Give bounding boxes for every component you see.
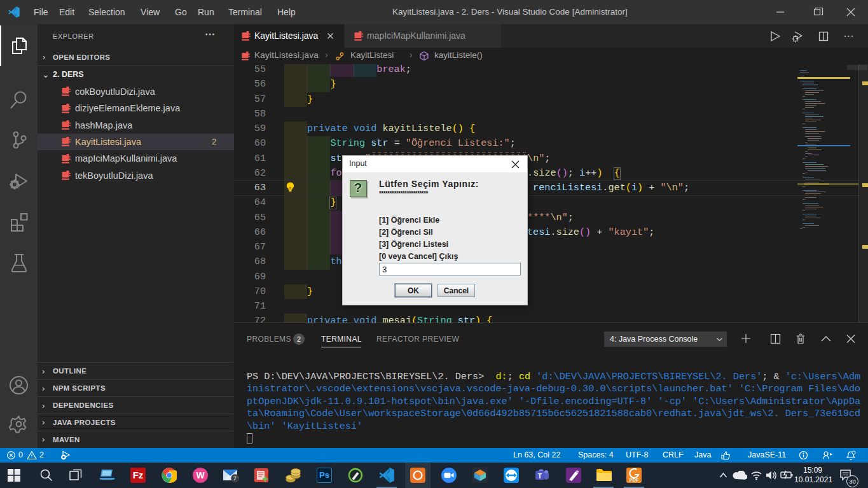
svg-text:T: T [538, 472, 542, 480]
svg-text:7: 7 [233, 475, 237, 482]
svg-text:PDF: PDF [630, 477, 639, 483]
